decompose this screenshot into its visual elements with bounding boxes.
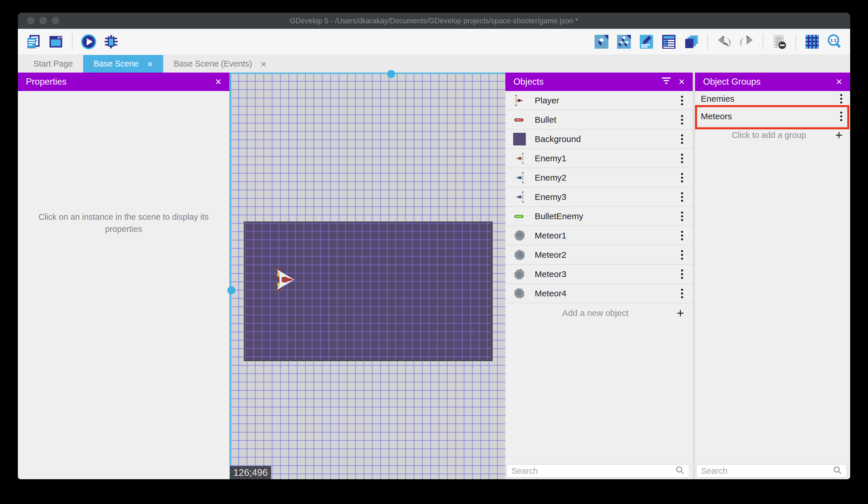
edit-objects-group-icon[interactable] bbox=[616, 34, 632, 50]
kebab-menu-icon[interactable] bbox=[679, 115, 685, 125]
kebab-menu-icon[interactable] bbox=[679, 211, 685, 221]
player-ship-instance[interactable] bbox=[273, 266, 298, 293]
add-new-object-label: Add a new object bbox=[514, 308, 676, 318]
close-panel-icon[interactable]: × bbox=[836, 77, 842, 87]
minimize-window-icon[interactable] bbox=[39, 17, 47, 24]
enemy-ship-purple-icon bbox=[513, 190, 526, 204]
object-row-meteor1[interactable]: Meteor1 bbox=[505, 226, 693, 245]
add-group-label: Click to add a group bbox=[703, 130, 835, 140]
filter-icon[interactable] bbox=[661, 76, 671, 87]
group-label: Enemies bbox=[701, 94, 832, 104]
toolbar-divider bbox=[763, 34, 763, 50]
undo-icon[interactable] bbox=[716, 34, 732, 50]
object-label: Enemy2 bbox=[535, 173, 670, 183]
green-bullet-icon bbox=[513, 210, 526, 223]
object-label: Bullet bbox=[535, 115, 670, 125]
red-bullet-icon bbox=[513, 113, 526, 127]
start-page-window-icon[interactable] bbox=[48, 34, 64, 50]
group-row-enemies[interactable]: Enemies bbox=[695, 91, 850, 107]
plus-icon: + bbox=[676, 307, 684, 319]
object-row-enemy1[interactable]: Enemy1 bbox=[505, 149, 693, 168]
object-row-meteor3[interactable]: Meteor3 bbox=[505, 265, 693, 284]
selection-handle-left[interactable] bbox=[227, 286, 235, 294]
edit-scene-properties-icon[interactable] bbox=[638, 34, 654, 50]
toolbar-right-group: 1:1 bbox=[593, 34, 843, 50]
close-window-icon[interactable] bbox=[27, 17, 34, 24]
open-layers-icon[interactable] bbox=[683, 34, 699, 50]
debug-icon[interactable] bbox=[103, 34, 119, 50]
toolbar-divider bbox=[795, 34, 796, 50]
scene-canvas[interactable]: 126;496 bbox=[229, 73, 505, 479]
maximize-window-icon[interactable] bbox=[52, 17, 59, 24]
objects-panel-header: Objects × bbox=[505, 73, 693, 91]
zoom-1-1-icon[interactable]: 1:1 bbox=[827, 34, 843, 50]
edit-object-icon[interactable] bbox=[593, 34, 610, 50]
panel-title: Objects bbox=[514, 77, 544, 87]
close-tab-icon[interactable]: × bbox=[261, 59, 267, 69]
close-panel-icon[interactable]: × bbox=[215, 77, 221, 87]
object-label: Meteor1 bbox=[535, 231, 670, 241]
enemy-ship-orange-icon bbox=[513, 152, 526, 165]
object-label: BulletEnemy bbox=[535, 211, 670, 221]
tab-base-scene[interactable]: Base Scene × bbox=[83, 55, 163, 73]
group-row-meteors[interactable]: Meteors bbox=[695, 107, 850, 126]
enemy-ship-teal-icon bbox=[513, 171, 526, 184]
project-manager-icon[interactable] bbox=[25, 34, 41, 50]
meteor-rock-icon bbox=[513, 229, 526, 242]
object-row-enemy2[interactable]: Enemy2 bbox=[505, 168, 693, 188]
tab-label: Base Scene bbox=[94, 59, 138, 69]
kebab-menu-icon[interactable] bbox=[679, 192, 685, 202]
close-tab-icon[interactable]: × bbox=[147, 59, 153, 69]
kebab-menu-icon[interactable] bbox=[679, 153, 685, 164]
gdevelop-window: GDevelop 5 - /Users/dkarakay/Documents/G… bbox=[18, 13, 850, 479]
kebab-menu-icon[interactable] bbox=[679, 95, 685, 106]
kebab-menu-icon[interactable] bbox=[838, 94, 844, 104]
object-row-meteor2[interactable]: Meteor2 bbox=[505, 245, 693, 265]
kebab-menu-icon[interactable] bbox=[679, 172, 685, 183]
object-row-player[interactable]: Player bbox=[505, 91, 693, 110]
tab-base-scene-events[interactable]: Base Scene (Events) × bbox=[163, 55, 277, 73]
purple-background-icon bbox=[513, 132, 526, 146]
object-groups-panel-header: Object Groups × bbox=[695, 73, 850, 91]
kebab-menu-icon[interactable] bbox=[679, 134, 685, 144]
preview-play-icon[interactable] bbox=[81, 34, 97, 50]
window-title: GDevelop 5 - /Users/dkarakay/Documents/G… bbox=[290, 17, 578, 25]
meteor-rock-icon bbox=[513, 268, 526, 281]
kebab-menu-icon[interactable] bbox=[679, 250, 685, 260]
kebab-menu-icon[interactable] bbox=[679, 288, 685, 299]
kebab-menu-icon[interactable] bbox=[838, 111, 844, 122]
object-row-bullet[interactable]: Bullet bbox=[505, 110, 693, 130]
toggle-instances-masks-icon[interactable] bbox=[771, 34, 787, 50]
toolbar-divider bbox=[707, 34, 708, 50]
add-group-button[interactable]: Click to add a group + bbox=[695, 126, 850, 144]
search-icon bbox=[675, 466, 685, 476]
object-groups-panel: Object Groups × Enemies Meteors Click to… bbox=[695, 73, 850, 479]
toggle-grid-icon[interactable] bbox=[804, 34, 820, 50]
objects-search-bar bbox=[506, 464, 690, 478]
tab-start-page[interactable]: Start Page bbox=[23, 55, 83, 73]
selection-handle-top[interactable] bbox=[387, 70, 395, 78]
object-row-background[interactable]: Background bbox=[505, 130, 693, 149]
objects-panel: Objects × Player Bullet bbox=[505, 73, 693, 479]
svg-text:1:1: 1:1 bbox=[830, 38, 837, 43]
groups-search-input[interactable] bbox=[701, 466, 829, 476]
objects-search-input[interactable] bbox=[512, 466, 672, 476]
open-instances-list-icon[interactable] bbox=[661, 34, 677, 50]
object-label: Player bbox=[535, 95, 670, 105]
main-toolbar: 1:1 bbox=[18, 29, 850, 55]
traffic-lights[interactable] bbox=[27, 17, 59, 24]
close-panel-icon[interactable]: × bbox=[679, 77, 685, 87]
add-new-object-button[interactable]: Add a new object + bbox=[505, 303, 693, 323]
object-label: Meteor3 bbox=[535, 269, 670, 279]
object-row-bulletenemy[interactable]: BulletEnemy bbox=[505, 207, 693, 226]
kebab-menu-icon[interactable] bbox=[679, 269, 685, 279]
object-label: Enemy1 bbox=[535, 153, 670, 163]
search-icon bbox=[833, 466, 842, 476]
panel-divider[interactable] bbox=[693, 73, 695, 479]
redo-icon[interactable] bbox=[738, 34, 755, 50]
background-stars bbox=[245, 223, 246, 224]
object-row-enemy3[interactable]: Enemy3 bbox=[505, 188, 693, 207]
kebab-menu-icon[interactable] bbox=[679, 230, 685, 241]
object-label: Meteor4 bbox=[535, 289, 670, 299]
object-row-meteor4[interactable]: Meteor4 bbox=[505, 284, 693, 303]
